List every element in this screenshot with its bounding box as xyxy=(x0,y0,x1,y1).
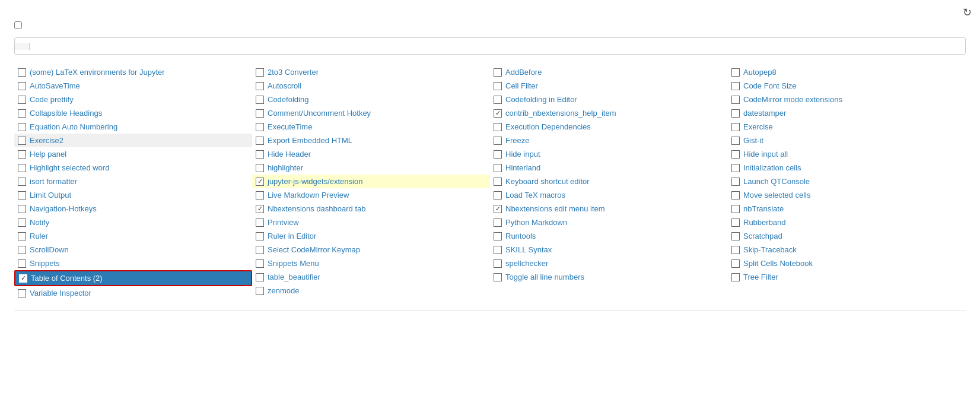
ext-item-table-beautifier[interactable]: table_beautifier xyxy=(252,270,490,284)
ext-item-spellchecker[interactable]: spellchecker xyxy=(490,256,728,270)
ext-link-table-beautifier[interactable]: table_beautifier xyxy=(268,273,320,281)
ext-item-addbefore[interactable]: AddBefore xyxy=(490,65,728,79)
ext-checkbox-codefolding-editor[interactable] xyxy=(494,96,502,104)
ext-item-exercise[interactable]: Exercise xyxy=(728,120,966,134)
ext-checkbox-execution-dependencies[interactable] xyxy=(494,123,502,131)
ext-link-nbextensions-dashboard-tab[interactable]: Nbextensions dashboard tab xyxy=(268,204,366,213)
ext-checkbox-hide-header[interactable] xyxy=(256,150,264,159)
ext-link-ruler[interactable]: Ruler xyxy=(30,232,48,240)
ext-link-nbtranslate[interactable]: nbTranslate xyxy=(743,204,784,213)
ext-checkbox-initialization-cells[interactable] xyxy=(731,164,740,172)
ext-checkbox-nbextensions-dashboard-tab[interactable] xyxy=(256,205,264,213)
ext-item-execution-dependencies[interactable]: Execution Dependencies xyxy=(490,120,728,134)
ext-link-addbefore[interactable]: AddBefore xyxy=(505,68,542,77)
ext-checkbox-nbtranslate[interactable] xyxy=(731,205,740,213)
ext-checkbox-load-tex-macros[interactable] xyxy=(494,191,502,200)
ext-item-codemirror-mode-extensions[interactable]: CodeMirror mode extensions xyxy=(728,93,966,106)
ext-item-snippets[interactable]: Snippets xyxy=(14,256,252,270)
ext-checkbox-launch-qtconsole[interactable] xyxy=(731,178,740,186)
ext-link-variable-inspector[interactable]: Variable Inspector xyxy=(30,289,91,297)
ext-link-hinterland[interactable]: Hinterland xyxy=(505,163,540,172)
ext-link-hide-header[interactable]: Hide Header xyxy=(268,150,311,159)
ext-item-hide-input-all[interactable]: Hide input all xyxy=(728,147,966,161)
ext-item-runtools[interactable]: Runtools xyxy=(490,229,728,243)
ext-checkbox-code-font-size[interactable] xyxy=(731,82,740,90)
ext-link-rubberband[interactable]: Rubberband xyxy=(743,218,786,227)
ext-link-equation-auto-numbering[interactable]: Equation Auto Numbering xyxy=(30,122,117,131)
ext-item-highlighter[interactable]: highlighter xyxy=(252,161,490,175)
ext-link-initialization-cells[interactable]: Initialization cells xyxy=(743,163,801,172)
ext-checkbox-datestamper[interactable] xyxy=(731,109,740,118)
ext-link-limit-output[interactable]: Limit Output xyxy=(30,191,71,200)
ext-link-code-prettify[interactable]: Code prettify xyxy=(30,95,74,104)
ext-checkbox-runtools[interactable] xyxy=(494,232,502,240)
ext-checkbox-limit-output[interactable] xyxy=(18,191,26,200)
ext-link-tree-filter[interactable]: Tree Filter xyxy=(743,273,778,281)
ext-checkbox-live-markdown-preview[interactable] xyxy=(256,191,264,200)
ext-checkbox-isort-formatter[interactable] xyxy=(18,178,26,186)
ext-link-autosavetime[interactable]: AutoSaveTime xyxy=(30,81,80,90)
ext-checkbox-latex-env[interactable] xyxy=(18,68,26,77)
ext-item-comment-uncomment[interactable]: Comment/Uncomment Hotkey xyxy=(252,106,490,120)
ext-checkbox-toggle-all-line-numbers[interactable] xyxy=(494,273,502,281)
ext-item-variable-inspector[interactable]: Variable Inspector xyxy=(14,286,252,300)
ext-checkbox-ruler[interactable] xyxy=(18,232,26,240)
reload-icon[interactable]: ↻ xyxy=(963,6,972,19)
ext-checkbox-rubberband[interactable] xyxy=(731,218,740,227)
ext-link-highlight-selected-word[interactable]: Highlight selected word xyxy=(30,163,109,172)
ext-item-nbtranslate[interactable]: nbTranslate xyxy=(728,202,966,216)
ext-checkbox-codefolding[interactable] xyxy=(256,96,264,104)
ext-link-highlighter[interactable]: highlighter xyxy=(268,163,303,172)
ext-item-scrolldown[interactable]: ScrollDown xyxy=(14,243,252,256)
ext-checkbox-hide-input[interactable] xyxy=(494,150,502,159)
ext-link-gist-it[interactable]: Gist-it xyxy=(743,136,763,145)
ext-item-datestamper[interactable]: datestamper xyxy=(728,106,966,120)
ext-checkbox-skill-syntax[interactable] xyxy=(494,246,502,254)
ext-checkbox-notify[interactable] xyxy=(18,218,26,227)
ext-checkbox-gist-it[interactable] xyxy=(731,137,740,145)
ext-checkbox-highlight-selected-word[interactable] xyxy=(18,164,26,172)
ext-link-keyboard-shortcut-editor[interactable]: Keyboard shortcut editor xyxy=(505,177,590,186)
ext-link-printview[interactable]: Printview xyxy=(268,218,299,227)
ext-checkbox-scratchpad[interactable] xyxy=(731,232,740,240)
ext-link-scratchpad[interactable]: Scratchpad xyxy=(743,232,782,240)
ext-link-datestamper[interactable]: datestamper xyxy=(743,109,786,118)
ext-checkbox-autopep8[interactable] xyxy=(731,68,740,77)
ext-link-codefolding-editor[interactable]: Codefolding in Editor xyxy=(505,95,577,104)
ext-link-snippets-menu[interactable]: Snippets Menu xyxy=(268,259,319,268)
ext-item-executetime[interactable]: ExecuteTime xyxy=(252,120,490,134)
ext-checkbox-spellchecker[interactable] xyxy=(494,259,502,268)
ext-link-move-selected-cells[interactable]: Move selected cells xyxy=(743,191,810,200)
ext-checkbox-autoscroll[interactable] xyxy=(256,82,264,90)
ext-checkbox-export-embedded-html[interactable] xyxy=(256,137,264,145)
ext-checkbox-exercise[interactable] xyxy=(731,123,740,131)
ext-item-latex-env[interactable]: (some) LaTeX environments for Jupyter xyxy=(14,65,252,79)
ext-link-help-panel[interactable]: Help panel xyxy=(30,150,66,159)
ext-checkbox-split-cells-notebook[interactable] xyxy=(731,259,740,268)
ext-item-exercise2[interactable]: Exercise2 xyxy=(14,134,252,147)
ext-item-collapsible-headings[interactable]: Collapsible Headings xyxy=(14,106,252,120)
ext-link-code-font-size[interactable]: Code Font Size xyxy=(743,81,797,90)
ext-checkbox-variable-inspector[interactable] xyxy=(18,289,26,297)
ext-item-contrib-nbextensions-help[interactable]: contrib_nbextensions_help_item xyxy=(490,106,728,120)
ext-item-limit-output[interactable]: Limit Output xyxy=(14,188,252,202)
ext-item-launch-qtconsole[interactable]: Launch QTConsole xyxy=(728,175,966,188)
ext-item-ruler-in-editor[interactable]: Ruler in Editor xyxy=(252,229,490,243)
ext-link-codefolding[interactable]: Codefolding xyxy=(268,95,308,104)
ext-checkbox-skip-traceback[interactable] xyxy=(731,246,740,254)
ext-link-isort-formatter[interactable]: isort formatter xyxy=(30,177,77,186)
ext-link-select-codemirror-keymap[interactable]: Select CodeMirror Keymap xyxy=(268,245,360,254)
ext-checkbox-exercise2[interactable] xyxy=(18,137,26,145)
ext-item-code-prettify[interactable]: Code prettify xyxy=(14,93,252,106)
ext-item-2to3-converter[interactable]: 2to3 Converter xyxy=(252,65,490,79)
ext-item-scratchpad[interactable]: Scratchpad xyxy=(728,229,966,243)
ext-checkbox-scrolldown[interactable] xyxy=(18,246,26,254)
ext-item-split-cells-notebook[interactable]: Split Cells Notebook xyxy=(728,256,966,270)
ext-item-ruler[interactable]: Ruler xyxy=(14,229,252,243)
ext-link-hide-input[interactable]: Hide input xyxy=(505,150,540,159)
ext-checkbox-help-panel[interactable] xyxy=(18,150,26,159)
ext-checkbox-equation-auto-numbering[interactable] xyxy=(18,123,26,131)
ext-checkbox-addbefore[interactable] xyxy=(494,68,502,77)
ext-item-select-codemirror-keymap[interactable]: Select CodeMirror Keymap xyxy=(252,243,490,256)
ext-link-scrolldown[interactable]: ScrollDown xyxy=(30,245,69,254)
